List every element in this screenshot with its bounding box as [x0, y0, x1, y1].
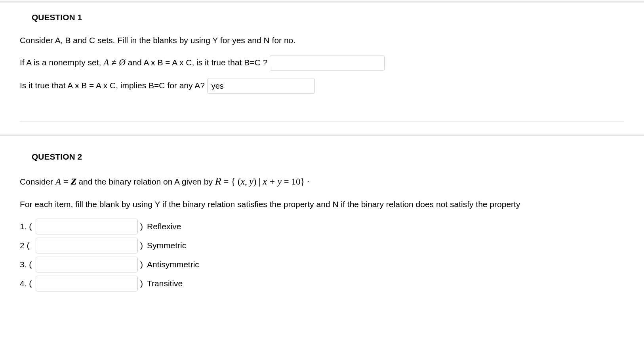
antisymmetric-label: Antisymmetric	[147, 260, 199, 269]
var-y: y	[249, 177, 253, 187]
math-A: A	[103, 57, 109, 67]
q1-bottom-rule	[20, 122, 624, 122]
integers-icon: Z	[71, 174, 76, 189]
question-2-block: QUESTION 2 Consider A = Z and the binary…	[0, 147, 644, 307]
var-x: x	[241, 177, 245, 187]
q1-line1-pre: If A is a nonempty set,	[20, 58, 103, 67]
eq-symbol: =	[63, 177, 71, 187]
item-close-2: )	[140, 241, 143, 250]
page: QUESTION 1 Consider A, B and C sets. Fil…	[0, 2, 644, 307]
transitive-label: Transitive	[147, 279, 183, 288]
rel-open: = { (	[224, 177, 241, 187]
q2-reflexive-input[interactable]	[36, 219, 138, 234]
symmetric-label: Symmetric	[147, 241, 186, 250]
q2-intro-mid: and the binary relation on A given by	[78, 177, 215, 186]
relation-R-icon: R	[215, 175, 221, 187]
q2-transitive-input[interactable]	[36, 276, 138, 291]
q1-line1: If A is a nonempty set, A ≠ Ø and A x B …	[20, 55, 624, 71]
item-num-4: 4. (	[20, 279, 33, 288]
q1-answer2-input[interactable]	[207, 78, 315, 94]
question-1-block: QUESTION 1 Consider A, B and C sets. Fil…	[0, 2, 644, 147]
math-A2: A	[55, 177, 61, 187]
xplusy: x + y	[263, 177, 281, 187]
q2-consider-line: Consider A = Z and the binary relation o…	[20, 173, 624, 190]
q1-line2: Is it true that A x B = A x C, implies B…	[20, 78, 624, 94]
q2-symmetric-input[interactable]	[36, 238, 138, 253]
q1-line2-text: Is it true that A x B = A x C, implies B…	[20, 81, 205, 90]
neq-symbol: ≠	[111, 57, 119, 67]
item-num-1: 1. (	[20, 222, 33, 231]
item-close-3: )	[140, 260, 143, 269]
q2-item-3: 3. ( ) Antisymmetric	[20, 257, 624, 272]
q2-intro-pre: Consider	[20, 177, 55, 186]
q2-antisymmetric-input[interactable]	[36, 257, 138, 272]
comma: ,	[245, 177, 250, 187]
question-1-heading: QUESTION 1	[32, 13, 624, 22]
rel-end: = 10} ·	[282, 177, 309, 187]
reflexive-label: Reflexive	[147, 222, 181, 231]
q2-item-2: 2 ( ) Symmetric	[20, 238, 624, 253]
q2-instructions: For each item, fill the blank by using Y…	[20, 197, 624, 211]
item-num-3: 3. (	[20, 260, 33, 269]
q2-item-1: 1. ( ) Reflexive	[20, 219, 624, 234]
item-close-4: )	[140, 279, 143, 288]
item-close-1: )	[140, 222, 143, 231]
rel-mid: ) |	[253, 177, 263, 187]
q2-item-4: 4. ( ) Transitive	[20, 276, 624, 291]
item-num-2: 2 (	[20, 241, 33, 250]
question-2-heading: QUESTION 2	[32, 152, 624, 162]
q1-answer1-input[interactable]	[270, 55, 385, 71]
section-divider	[0, 135, 644, 135]
q1-intro: Consider A, B and C sets. Fill in the bl…	[20, 33, 624, 48]
q1-line1-mid: and A x B = A x C, is it true that B=C ?	[128, 58, 268, 67]
emptyset-icon: Ø	[119, 55, 126, 70]
